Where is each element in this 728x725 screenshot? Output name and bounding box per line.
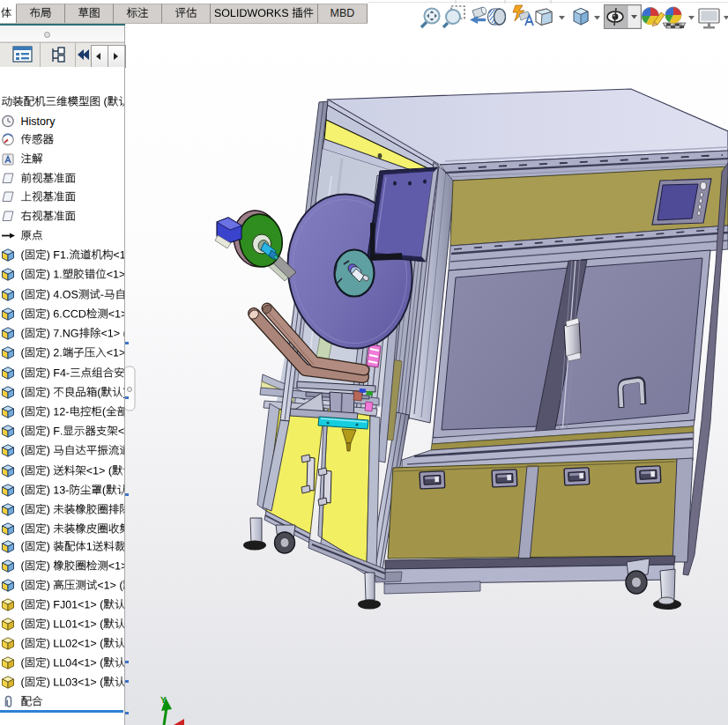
svg-text:History: History xyxy=(21,115,56,128)
svg-text:Y: Y xyxy=(160,695,167,706)
